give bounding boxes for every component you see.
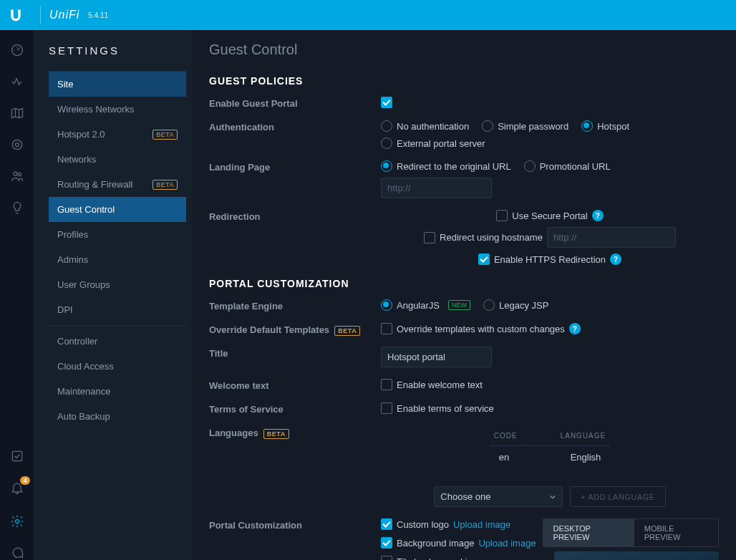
new-badge: NEW [448, 300, 470, 310]
engine-angular-radio[interactable] [381, 299, 392, 311]
welcome-label: Welcome text [209, 379, 381, 391]
language-select[interactable]: Choose one [434, 486, 563, 507]
svg-point-6 [15, 520, 19, 523]
version-label: 5.4.11 [88, 11, 108, 19]
svg-point-4 [18, 173, 21, 175]
sidebar-item-maintenance[interactable]: Maintenance [49, 379, 186, 404]
sidebar-item-controller[interactable]: Controller [49, 329, 186, 354]
engine-jsp-radio[interactable] [483, 299, 495, 311]
mobile-preview-tab[interactable]: MOBILE PREVIEW [634, 519, 718, 546]
main-content: Guest Control GUEST POLICIES Enable Gues… [192, 30, 736, 560]
svg-point-2 [12, 140, 21, 149]
landing-original-radio[interactable] [381, 160, 392, 172]
insights-icon[interactable] [10, 201, 24, 215]
divider [40, 6, 41, 24]
auth-simple-radio[interactable] [482, 120, 493, 132]
page-title: Guest Control [209, 42, 719, 58]
override-help-icon[interactable]: ? [569, 323, 581, 334]
secure-portal-checkbox[interactable] [496, 210, 508, 221]
title-input[interactable] [381, 347, 492, 367]
https-redirect-checkbox[interactable] [478, 254, 490, 265]
redirection-label: Redirection [209, 210, 381, 222]
portal-customization-label: Portal Customization [209, 518, 381, 531]
secure-help-icon[interactable]: ? [592, 210, 604, 221]
override-checkbox[interactable] [381, 323, 392, 334]
map-icon[interactable] [10, 106, 24, 120]
languages-label: Languages BETA [209, 426, 381, 438]
dashboard-icon[interactable] [10, 43, 24, 57]
left-rail: 4 [0, 30, 34, 560]
settings-sidebar: SETTINGS SiteWireless NetworksHotspot 2.… [34, 30, 192, 560]
bg-image-checkbox[interactable] [381, 537, 392, 549]
lang-table-header: CODELANGUAGE [490, 426, 610, 446]
sidebar-item-networks[interactable]: Networks [49, 147, 186, 172]
settings-gear-icon[interactable] [10, 514, 24, 528]
sidebar-item-admins[interactable]: Admins [49, 247, 186, 272]
lang-table-row[interactable]: enEnglish [495, 446, 606, 469]
landing-promo-radio[interactable] [524, 160, 536, 172]
ubiquiti-logo-icon [9, 8, 23, 22]
sidebar-item-routing-firewall[interactable]: Routing & FirewallBETA [49, 172, 186, 197]
redirect-hostname-checkbox[interactable] [424, 232, 435, 243]
welcome-checkbox[interactable] [381, 379, 392, 390]
custom-logo-checkbox[interactable] [381, 518, 392, 530]
preview-tabs: DESKTOP PREVIEW MOBILE PREVIEW [543, 518, 719, 547]
desktop-preview-tab[interactable]: DESKTOP PREVIEW [543, 519, 634, 546]
sidebar-item-cloud-access[interactable]: Cloud Access [49, 354, 186, 379]
sidebar-item-guest-control[interactable]: Guest Control [49, 197, 186, 222]
upload-logo-link[interactable]: Upload image [453, 519, 510, 530]
devices-icon[interactable] [10, 137, 24, 152]
top-bar: UniFi 5.4.11 [0, 0, 736, 30]
svg-rect-5 [12, 451, 21, 460]
tos-label: Terms of Service [209, 402, 381, 415]
tos-checkbox[interactable] [381, 402, 392, 414]
auth-external-radio[interactable] [381, 137, 392, 149]
hostname-input[interactable] [547, 227, 676, 248]
alerts-badge: 4 [20, 476, 29, 485]
portal-customization-heading: PORTAL CUSTOMIZATION [209, 278, 719, 289]
sidebar-item-user-groups[interactable]: User Groups [49, 272, 186, 297]
upload-bg-link[interactable]: Upload image [478, 538, 536, 549]
sidebar-item-auto-backup[interactable]: Auto Backup [49, 404, 186, 429]
auth-hotspot-radio[interactable] [581, 120, 593, 132]
override-templates-label: Override Default Templates BETA [209, 323, 381, 335]
chat-icon[interactable] [10, 546, 24, 560]
tile-bg-checkbox[interactable] [381, 556, 392, 560]
preview-image [554, 551, 719, 560]
https-help-icon[interactable]: ? [610, 254, 621, 265]
auth-none-radio[interactable] [381, 120, 392, 132]
enable-guest-label: Enable Guest Portal [209, 97, 381, 109]
authentication-label: Authentication [209, 120, 381, 132]
chevron-down-icon [549, 493, 556, 501]
svg-point-1 [15, 143, 19, 147]
sidebar-title: SETTINGS [49, 44, 186, 57]
alerts-button[interactable]: 4 [10, 481, 24, 497]
title-label: Title [209, 347, 381, 359]
sidebar-item-hotspot-2-0[interactable]: Hotspot 2.0BETA [49, 122, 186, 147]
statistics-icon[interactable] [10, 74, 24, 89]
sidebar-item-dpi[interactable]: DPI [49, 297, 186, 322]
sidebar-item-profiles[interactable]: Profiles [49, 222, 186, 247]
enable-guest-checkbox[interactable] [381, 97, 392, 108]
guest-policies-heading: GUEST POLICIES [209, 75, 719, 87]
template-engine-label: Template Engine [209, 299, 381, 312]
clients-icon[interactable] [10, 169, 24, 183]
add-language-button[interactable]: + ADD LANGUAGE [570, 486, 665, 507]
landing-page-label: Landing Page [209, 160, 381, 173]
sidebar-item-wireless-networks[interactable]: Wireless Networks [49, 97, 186, 122]
sidebar-item-site[interactable]: Site [49, 72, 186, 97]
events-icon[interactable] [10, 449, 24, 463]
promo-url-input[interactable] [381, 178, 492, 198]
brand-name: UniFi [49, 9, 79, 21]
svg-point-3 [14, 172, 17, 175]
